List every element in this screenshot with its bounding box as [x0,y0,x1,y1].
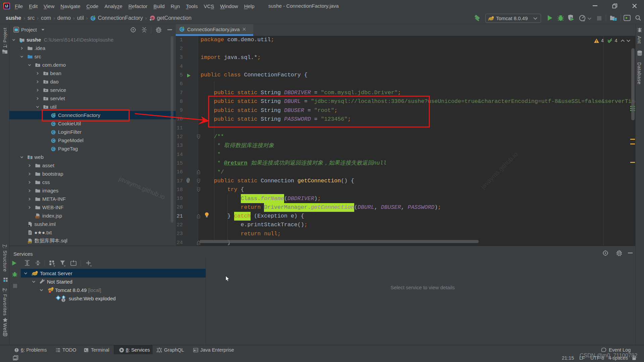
svg-text:C: C [52,147,55,151]
svg-text:IJ: IJ [5,4,8,8]
svg-text:SQL: SQL [28,241,32,243]
svg-text:C: C [52,130,55,134]
svg-text:C: C [52,139,55,142]
svg-text:C: C [52,122,55,126]
svg-text:JSP: JSP [36,216,40,218]
svg-text:?: ? [62,299,64,302]
